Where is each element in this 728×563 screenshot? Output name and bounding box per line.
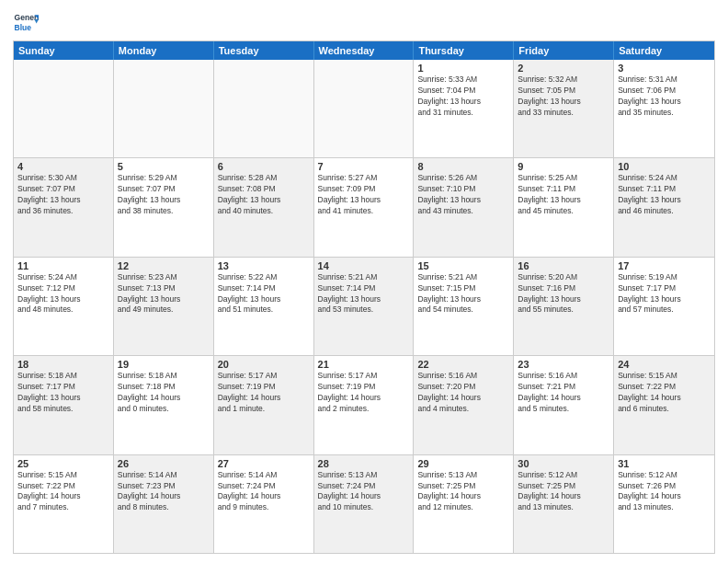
day-info: Sunrise: 5:15 AMSunset: 7:22 PMDaylight:…: [17, 470, 109, 514]
day-info: Sunrise: 5:14 AMSunset: 7:23 PMDaylight:…: [118, 470, 210, 514]
header-day-tuesday: Tuesday: [214, 41, 314, 60]
day-info: Sunrise: 5:19 AMSunset: 7:17 PMDaylight:…: [618, 272, 711, 316]
calendar-cell: 13Sunrise: 5:22 AMSunset: 7:14 PMDayligh…: [214, 258, 314, 355]
day-info: Sunrise: 5:17 AMSunset: 7:19 PMDaylight:…: [218, 371, 310, 415]
day-number: 3: [618, 63, 711, 74]
logo: General Blue: [13, 9, 39, 35]
day-number: 25: [17, 458, 109, 469]
day-number: 18: [17, 359, 109, 370]
calendar-cell: [114, 60, 214, 157]
header-day-monday: Monday: [114, 41, 214, 60]
day-info: Sunrise: 5:21 AMSunset: 7:15 PMDaylight:…: [417, 272, 509, 316]
calendar-cell: 14Sunrise: 5:21 AMSunset: 7:14 PMDayligh…: [314, 258, 415, 355]
day-info: Sunrise: 5:16 AMSunset: 7:21 PMDaylight:…: [518, 371, 609, 415]
day-info: Sunrise: 5:33 AMSunset: 7:04 PMDaylight:…: [417, 75, 509, 119]
calendar-cell: 1Sunrise: 5:33 AMSunset: 7:04 PMDaylight…: [414, 60, 514, 157]
calendar-cell: 26Sunrise: 5:14 AMSunset: 7:23 PMDayligh…: [114, 455, 214, 553]
day-number: 23: [518, 359, 609, 370]
day-number: 13: [218, 260, 310, 271]
calendar-cell: 3Sunrise: 5:31 AMSunset: 7:06 PMDaylight…: [614, 60, 714, 157]
day-number: 8: [417, 161, 509, 172]
header-day-saturday: Saturday: [614, 41, 714, 60]
day-info: Sunrise: 5:14 AMSunset: 7:24 PMDaylight:…: [218, 470, 310, 514]
day-number: 21: [318, 359, 410, 370]
calendar-row-4: 18Sunrise: 5:18 AMSunset: 7:17 PMDayligh…: [14, 355, 714, 454]
day-number: 22: [417, 359, 509, 370]
calendar-cell: 25Sunrise: 5:15 AMSunset: 7:22 PMDayligh…: [14, 455, 114, 553]
day-info: Sunrise: 5:27 AMSunset: 7:09 PMDaylight:…: [318, 173, 410, 217]
calendar-cell: 24Sunrise: 5:15 AMSunset: 7:22 PMDayligh…: [614, 356, 714, 454]
header: General Blue: [13, 9, 715, 35]
day-number: 19: [118, 359, 210, 370]
day-number: 14: [318, 260, 410, 271]
day-info: Sunrise: 5:15 AMSunset: 7:22 PMDaylight:…: [618, 371, 711, 415]
day-info: Sunrise: 5:12 AMSunset: 7:26 PMDaylight:…: [618, 470, 711, 514]
day-info: Sunrise: 5:28 AMSunset: 7:08 PMDaylight:…: [218, 173, 310, 217]
day-info: Sunrise: 5:24 AMSunset: 7:12 PMDaylight:…: [17, 272, 109, 316]
calendar-cell: 28Sunrise: 5:13 AMSunset: 7:24 PMDayligh…: [314, 455, 415, 553]
day-number: 16: [518, 260, 609, 271]
calendar-cell: 6Sunrise: 5:28 AMSunset: 7:08 PMDaylight…: [214, 158, 314, 256]
day-info: Sunrise: 5:26 AMSunset: 7:10 PMDaylight:…: [417, 173, 509, 217]
day-info: Sunrise: 5:16 AMSunset: 7:20 PMDaylight:…: [417, 371, 509, 415]
calendar-cell: 5Sunrise: 5:29 AMSunset: 7:07 PMDaylight…: [114, 158, 214, 256]
calendar-cell: 30Sunrise: 5:12 AMSunset: 7:25 PMDayligh…: [514, 455, 614, 553]
calendar-cell: 9Sunrise: 5:25 AMSunset: 7:11 PMDaylight…: [514, 158, 614, 256]
calendar-cell: 20Sunrise: 5:17 AMSunset: 7:19 PMDayligh…: [214, 356, 314, 454]
day-number: 5: [118, 161, 210, 172]
calendar-cell: 12Sunrise: 5:23 AMSunset: 7:13 PMDayligh…: [114, 258, 214, 355]
header-day-wednesday: Wednesday: [314, 41, 415, 60]
calendar: SundayMondayTuesdayWednesdayThursdayFrid…: [13, 40, 715, 554]
calendar-cell: 4Sunrise: 5:30 AMSunset: 7:07 PMDaylight…: [14, 158, 114, 256]
day-number: 6: [218, 161, 310, 172]
calendar-cell: 10Sunrise: 5:24 AMSunset: 7:11 PMDayligh…: [614, 158, 714, 256]
day-number: 9: [518, 161, 609, 172]
calendar-cell: 16Sunrise: 5:20 AMSunset: 7:16 PMDayligh…: [514, 258, 614, 355]
day-number: 20: [218, 359, 310, 370]
day-info: Sunrise: 5:18 AMSunset: 7:18 PMDaylight:…: [118, 371, 210, 415]
day-info: Sunrise: 5:30 AMSunset: 7:07 PMDaylight:…: [17, 173, 109, 217]
day-info: Sunrise: 5:22 AMSunset: 7:14 PMDaylight:…: [218, 272, 310, 316]
day-number: 15: [417, 260, 509, 271]
calendar-body: 1Sunrise: 5:33 AMSunset: 7:04 PMDaylight…: [14, 60, 714, 553]
day-number: 12: [118, 260, 210, 271]
day-number: 11: [17, 260, 109, 271]
day-info: Sunrise: 5:25 AMSunset: 7:11 PMDaylight:…: [518, 173, 609, 217]
calendar-cell: 29Sunrise: 5:13 AMSunset: 7:25 PMDayligh…: [414, 455, 514, 553]
day-info: Sunrise: 5:20 AMSunset: 7:16 PMDaylight:…: [518, 272, 609, 316]
day-number: 30: [518, 458, 609, 469]
calendar-cell: 7Sunrise: 5:27 AMSunset: 7:09 PMDaylight…: [314, 158, 415, 256]
day-number: 29: [417, 458, 509, 469]
day-info: Sunrise: 5:18 AMSunset: 7:17 PMDaylight:…: [17, 371, 109, 415]
calendar-row-5: 25Sunrise: 5:15 AMSunset: 7:22 PMDayligh…: [14, 454, 714, 553]
header-day-sunday: Sunday: [14, 41, 114, 60]
calendar-cell: 21Sunrise: 5:17 AMSunset: 7:19 PMDayligh…: [314, 356, 415, 454]
day-number: 7: [318, 161, 410, 172]
calendar-cell: 19Sunrise: 5:18 AMSunset: 7:18 PMDayligh…: [114, 356, 214, 454]
day-number: 28: [318, 458, 410, 469]
calendar-cell: 18Sunrise: 5:18 AMSunset: 7:17 PMDayligh…: [14, 356, 114, 454]
day-info: Sunrise: 5:23 AMSunset: 7:13 PMDaylight:…: [118, 272, 210, 316]
day-number: 1: [417, 63, 509, 74]
day-info: Sunrise: 5:29 AMSunset: 7:07 PMDaylight:…: [118, 173, 210, 217]
calendar-cell: 22Sunrise: 5:16 AMSunset: 7:20 PMDayligh…: [414, 356, 514, 454]
calendar-row-2: 4Sunrise: 5:30 AMSunset: 7:07 PMDaylight…: [14, 157, 714, 256]
day-number: 27: [218, 458, 310, 469]
day-info: Sunrise: 5:24 AMSunset: 7:11 PMDaylight:…: [618, 173, 711, 217]
calendar-cell: 11Sunrise: 5:24 AMSunset: 7:12 PMDayligh…: [14, 258, 114, 355]
day-info: Sunrise: 5:32 AMSunset: 7:05 PMDaylight:…: [518, 75, 609, 119]
svg-text:General: General: [15, 13, 39, 22]
logo-icon: General Blue: [13, 9, 39, 35]
calendar-cell: 27Sunrise: 5:14 AMSunset: 7:24 PMDayligh…: [214, 455, 314, 553]
day-number: 17: [618, 260, 711, 271]
calendar-cell: [214, 60, 314, 157]
calendar-cell: 8Sunrise: 5:26 AMSunset: 7:10 PMDaylight…: [414, 158, 514, 256]
calendar-cell: 2Sunrise: 5:32 AMSunset: 7:05 PMDaylight…: [514, 60, 614, 157]
day-number: 26: [118, 458, 210, 469]
day-info: Sunrise: 5:17 AMSunset: 7:19 PMDaylight:…: [318, 371, 410, 415]
day-info: Sunrise: 5:31 AMSunset: 7:06 PMDaylight:…: [618, 75, 711, 119]
day-info: Sunrise: 5:21 AMSunset: 7:14 PMDaylight:…: [318, 272, 410, 316]
header-day-friday: Friday: [514, 41, 614, 60]
calendar-header: SundayMondayTuesdayWednesdayThursdayFrid…: [14, 41, 714, 60]
header-day-thursday: Thursday: [414, 41, 514, 60]
